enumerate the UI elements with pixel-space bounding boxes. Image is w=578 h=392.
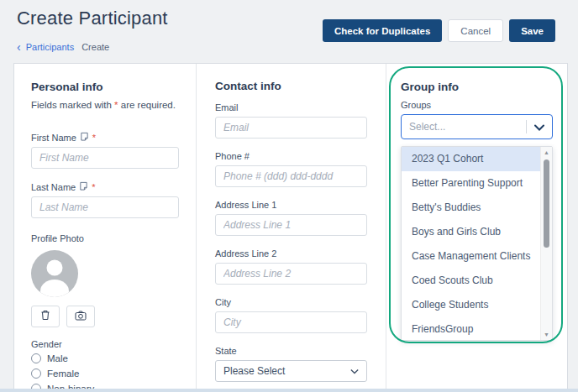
radio-button[interactable] [31,368,41,379]
required-asterisk: * [92,182,95,192]
dropdown-option[interactable]: Better Parenting Support [402,171,540,196]
contact-info-section: Contact info Email Phone # Address Line … [197,64,386,389]
address-line-1-label: Address Line 1 [215,200,367,210]
camera-upload-button[interactable] [66,306,95,327]
email-field-group: Email [215,102,367,139]
scrollbar-thumb[interactable] [544,159,549,248]
personal-info-heading: Personal info [31,81,179,93]
state-select-value: Please Select [223,365,285,377]
groups-select[interactable]: Select... [401,114,553,139]
dropdown-option[interactable]: Case Management Clients [402,244,540,269]
breadcrumb-current: Create [81,42,109,52]
header-actions: Check for Duplicates Cancel Save [323,19,555,42]
group-info-heading: Group info [401,81,553,93]
gender-option-male: Male [31,353,179,363]
camera-icon [75,309,87,324]
scroll-down-icon[interactable]: ▼ [541,332,552,337]
page-title: Create Participant [17,8,168,29]
state-select[interactable]: Please Select [215,360,367,382]
chevron-down-icon [350,365,359,377]
dropdown-option[interactable]: College Students [402,293,540,317]
last-name-label: Last Name * [31,181,179,192]
gender-label: Gender [31,339,179,349]
phone-label: Phone # [215,151,367,161]
profile-photo-actions [31,306,179,327]
bottom-edge-strip [0,389,578,392]
note-icon [79,181,88,192]
address-line-2-field-group: Address Line 2 [215,248,367,285]
required-asterisk: * [92,133,96,143]
save-button[interactable]: Save [509,19,555,42]
state-label: State [215,346,367,356]
breadcrumb-link-participants[interactable]: Participants [26,42,74,52]
contact-info-heading: Contact info [215,80,367,92]
select-divider [526,120,527,133]
check-for-duplicates-button[interactable]: Check for Duplicates [323,19,442,42]
dropdown-option[interactable]: FriendsGroup [402,317,540,341]
first-name-field-group: First Name * [31,132,179,169]
first-name-input[interactable] [31,147,179,169]
cancel-button[interactable]: Cancel [448,19,503,42]
last-name-field-group: Last Name * [31,181,179,218]
profile-photo-label: Profile Photo [31,233,179,243]
radio-button[interactable] [31,353,41,363]
first-name-label: First Name * [31,132,179,143]
dropdown-option[interactable]: 2023 Q1 Cohort [402,147,540,171]
groups-dropdown: 2023 Q1 Cohort Better Parenting Support … [401,146,553,341]
address-line-1-input[interactable] [215,214,367,236]
groups-label: Groups [401,100,553,110]
address-line-2-label: Address Line 2 [215,248,367,259]
city-field-group: City [215,297,367,333]
back-chevron-icon[interactable]: ‹ [17,43,21,52]
scroll-up-icon[interactable]: ▲ [541,149,552,155]
radio-label: Male [47,353,68,363]
create-participant-form: Personal info Fields marked with * are r… [13,63,568,389]
note-icon [80,132,89,143]
group-info-section: Group info Groups Select... 2023 Q1 Coho… [386,64,567,389]
chevron-down-icon [534,119,552,134]
trash-icon [40,309,50,324]
phone-input[interactable] [215,165,367,187]
avatar [31,250,78,297]
email-label: Email [215,102,367,112]
dropdown-option[interactable]: Boys and Girls Club [402,220,540,244]
last-name-input[interactable] [31,196,179,218]
breadcrumb: ‹ Participants Create [17,42,109,52]
address-line-2-input[interactable] [215,263,367,285]
dropdown-option[interactable]: Coed Scouts Club [402,269,540,293]
gender-option-female: Female [31,368,179,379]
radio-label: Female [47,368,79,379]
delete-photo-button[interactable] [31,306,60,327]
dropdown-scrollbar[interactable]: ▲ ▼ [540,147,552,340]
address-line-1-field-group: Address Line 1 [215,200,367,236]
required-note: Fields marked with * are required. [31,100,179,110]
groups-select-placeholder: Select... [409,121,526,133]
email-input[interactable] [215,117,367,139]
phone-field-group: Phone # [215,151,367,187]
personal-info-section: Personal info Fields marked with * are r… [14,64,197,389]
city-input[interactable] [215,311,367,333]
city-label: City [215,297,367,307]
dropdown-option[interactable]: Betty's Buddies [402,196,540,220]
state-field-group: State Please Select [215,346,367,382]
